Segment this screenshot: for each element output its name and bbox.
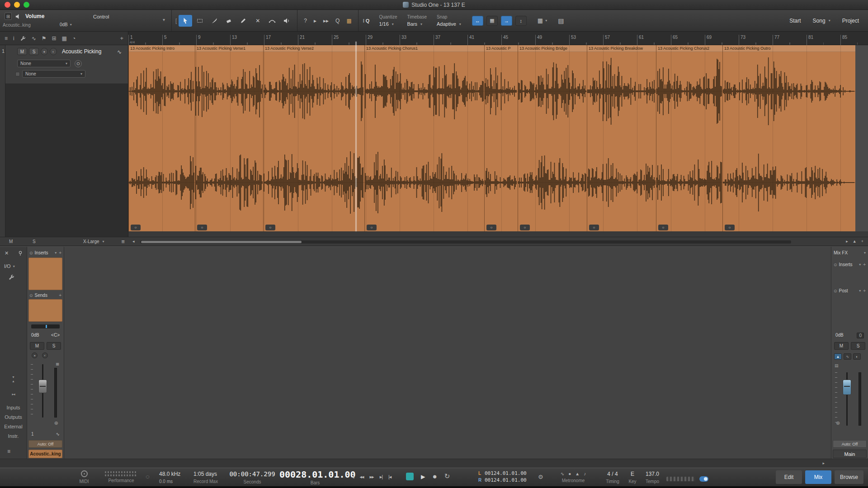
transport-nav-button[interactable]: ▸▸ (370, 474, 374, 480)
clip-anchor-marker[interactable]: ○ (589, 225, 599, 230)
paint-tool-button[interactable] (236, 15, 250, 27)
sample-rate-display[interactable]: 48.0 kHz 0.0 ms (159, 471, 180, 484)
automation-icon[interactable]: ⊞ (5, 13, 12, 20)
global-solo-button[interactable]: S (33, 239, 36, 244)
time-signature-display[interactable]: 4 / 4 Timing (602, 471, 623, 484)
automation-off-button[interactable]: O (75, 60, 82, 67)
wrench-icon[interactable] (20, 35, 26, 42)
main-channel-name[interactable]: Main (833, 450, 867, 458)
clip-anchor-marker[interactable]: ○ (725, 225, 735, 230)
range-tool-button[interactable] (193, 15, 207, 27)
audio-clip[interactable]: 13 Acoustic Picking Outro○ (722, 45, 855, 231)
track-name[interactable]: Acoustic Picking (62, 48, 101, 55)
track-list-icon[interactable]: ≣ (121, 239, 125, 244)
clip-anchor-marker[interactable]: ○ (197, 225, 207, 230)
narrow-channels-icon[interactable]: ▸◂ (0, 392, 27, 396)
transport-nav-button[interactable]: ◂◂ (360, 474, 364, 480)
console-menu-icon[interactable]: ≡ (7, 448, 10, 455)
zoom-window-button[interactable] (24, 2, 29, 8)
scroll-left-icon[interactable]: ◂ (132, 239, 135, 244)
stop-button[interactable] (406, 473, 414, 480)
add-post-button[interactable]: + (863, 288, 866, 293)
clip-anchor-marker[interactable]: ○ (520, 225, 530, 230)
group-icon[interactable]: ⊞ (52, 35, 57, 42)
quantize-dropdown[interactable]: 1/16 ▾ (379, 21, 397, 27)
tempo-display[interactable]: 137.0 Tempo (641, 471, 664, 484)
grid-options[interactable]: ▦ ▾ (533, 10, 552, 31)
channel-name[interactable]: Acoustic..king (28, 450, 62, 458)
snap-to-events-toggle[interactable]: ▦ (486, 16, 498, 26)
eraser-tool-button[interactable] (222, 15, 236, 27)
console-nav-outputs[interactable]: Outputs (5, 414, 22, 420)
play-quantized-icon[interactable]: ▸▸ (323, 18, 329, 24)
loop-button[interactable]: ↻ (444, 472, 450, 480)
zoom-in-icon[interactable]: + (861, 239, 863, 244)
output-toggle[interactable] (699, 476, 708, 482)
transport-nav-button[interactable]: |◂ (388, 474, 391, 480)
audio-clip[interactable]: 13 Acoustic Picking Verse1○ (195, 45, 263, 231)
channel-monitor-button[interactable]: ◐ (42, 352, 48, 358)
track-header[interactable]: 1 M S ● ◐ Acoustic Picking ∿ None ▾ (5, 45, 128, 84)
input-quantize-toggle[interactable]: I Q (359, 10, 374, 31)
minimize-window-button[interactable] (14, 2, 20, 8)
main-mute-button[interactable]: M (834, 342, 849, 350)
transport-nav-button[interactable]: ◂ (352, 474, 354, 480)
console-settings-icon[interactable] (8, 274, 15, 281)
help-icon[interactable]: ? (304, 18, 307, 24)
main-spatial-icon[interactable]: ⊕ (836, 420, 840, 426)
close-console-icon[interactable]: ✕ (5, 250, 9, 256)
clip-anchor-marker[interactable]: ○ (367, 225, 377, 230)
pan-slider[interactable] (31, 324, 60, 328)
channel-expand-buttons[interactable]: ▼ ▲ (0, 375, 27, 383)
performance-monitor[interactable]: Performance (102, 471, 140, 483)
play-button[interactable]: ▸ (421, 473, 425, 480)
listen-tool-button[interactable] (280, 15, 293, 27)
song-page-link[interactable]: Song ▾ (813, 18, 830, 24)
channel-record-arm-button[interactable]: ● (32, 352, 38, 358)
add-send-button[interactable]: + (59, 293, 61, 298)
audio-clip[interactable]: 13 Acoustic Picking Bridge○ (518, 45, 587, 231)
main-fader-handle[interactable] (843, 380, 851, 395)
key-display[interactable]: E Key (626, 471, 639, 484)
quantize-icon[interactable]: Q (335, 18, 340, 24)
record-time-display[interactable]: 1:05 days Record Max (193, 471, 218, 484)
mute-tool-button[interactable]: ✕ (251, 15, 264, 27)
audio-clip[interactable]: 13 Acoustic Picking Breakdow○ (587, 45, 656, 231)
clip-anchor-marker[interactable]: ○ (658, 225, 668, 230)
metronome-section[interactable]: ∿●▲♪ Metronome (550, 471, 597, 483)
chevron-down-icon[interactable]: ▾ (859, 289, 861, 293)
power-icon[interactable]: ⊙ (834, 263, 837, 267)
play-from-icon[interactable]: ▸ (314, 18, 316, 24)
macros-icon[interactable]: ▩ (346, 18, 351, 24)
clip-anchor-marker[interactable]: ○ (131, 225, 141, 230)
video-track-button[interactable]: ▤ (552, 10, 570, 31)
edit-view-button[interactable]: Edit (776, 470, 802, 484)
power-icon[interactable]: ⊙ (834, 289, 837, 293)
inspector-icon[interactable]: i (13, 35, 14, 42)
channel-solo-button[interactable]: S (47, 342, 61, 350)
zoom-vertical-icon[interactable]: ▲ (853, 239, 857, 244)
ripple-edit-toggle[interactable]: ↕ (515, 16, 527, 26)
add-track-button[interactable]: + (120, 35, 123, 42)
sends-drop-area[interactable] (28, 299, 62, 322)
marker-flag-icon[interactable]: ⚑ (42, 35, 47, 42)
browse-view-button[interactable]: Browse (835, 470, 863, 484)
track-mute-button[interactable]: M (17, 48, 27, 55)
main-peak-value[interactable]: 0 (857, 333, 864, 338)
pin-icon[interactable] (17, 250, 24, 257)
playhead[interactable] (356, 42, 356, 231)
track-monitor-button[interactable]: ◐ (50, 48, 57, 55)
add-insert-button[interactable]: + (59, 250, 61, 255)
gear-icon[interactable]: ⚙ (538, 474, 543, 480)
collapse-up-icon[interactable]: ▲ (0, 379, 27, 383)
main-gain-value[interactable]: 0dB (835, 333, 844, 338)
global-mute-button[interactable]: M (9, 239, 13, 244)
power-icon[interactable]: ⊙ (29, 293, 33, 298)
split-tool-button[interactable] (208, 15, 221, 27)
metronome-option-icon[interactable]: ▲ (575, 471, 580, 476)
snap-to-grid-toggle[interactable]: ↔ (472, 16, 483, 26)
power-icon[interactable]: ⊙ (29, 251, 33, 255)
monitor-icon[interactable]: ▲ (834, 353, 842, 360)
audio-clip[interactable]: 13 Acoustic Picking Intro○ (128, 45, 195, 231)
clip-anchor-marker[interactable]: ○ (265, 225, 275, 230)
